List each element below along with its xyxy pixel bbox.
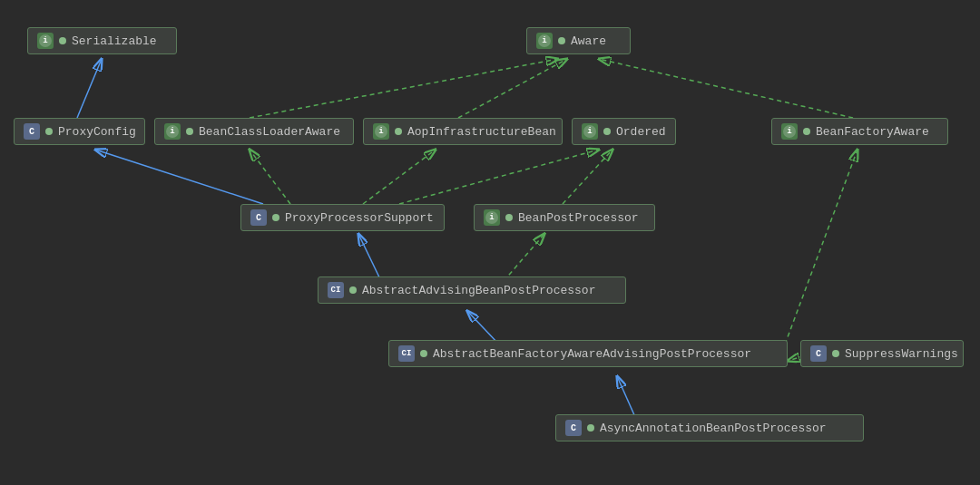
label-beanclassloaderaware: BeanClassLoaderAware <box>199 125 340 139</box>
arrows-svg <box>0 0 980 485</box>
svg-line-13 <box>504 234 544 281</box>
svg-line-9 <box>363 150 436 204</box>
badge-beanclassloaderaware: i <box>164 123 181 140</box>
dot-proxyprocessorsupport <box>272 214 279 221</box>
svg-line-12 <box>358 234 381 281</box>
svg-line-5 <box>458 59 567 118</box>
badge-abstractbeanfactoryawareadvisingpostprocessor: CI <box>398 345 415 362</box>
dot-abstractadvisingbeanpostprocessor <box>349 286 357 294</box>
badge-abstractadvisingbeanpostprocessor: CI <box>328 282 344 298</box>
svg-line-17 <box>617 376 635 417</box>
node-abstractbeanfactoryawareadvisingpostprocessor[interactable]: CI AbstractBeanFactoryAwareAdvisingPostP… <box>388 340 788 367</box>
label-beanpostprocessor: BeanPostProcessor <box>518 211 639 225</box>
node-aware[interactable]: i Aware <box>526 27 631 54</box>
svg-line-7 <box>95 150 263 204</box>
svg-line-8 <box>250 150 290 204</box>
badge-ordered: i <box>582 123 598 140</box>
badge-proxyconfig: C <box>24 123 40 140</box>
svg-line-3 <box>77 59 102 118</box>
node-proxyconfig[interactable]: C ProxyConfig <box>14 118 145 145</box>
node-serializable[interactable]: i Serializable <box>27 27 177 54</box>
badge-suppresswarnings: C <box>810 345 827 362</box>
badge-asyncannotationbeanpostprocessor: C <box>565 420 582 436</box>
node-beanpostprocessor[interactable]: i BeanPostProcessor <box>474 204 655 231</box>
label-proxyconfig: ProxyConfig <box>58 125 136 139</box>
node-aopinfrastructurebean[interactable]: i AopInfrastructureBean <box>363 118 563 145</box>
node-ordered[interactable]: i Ordered <box>572 118 676 145</box>
label-ordered: Ordered <box>616 125 666 139</box>
label-abstractadvisingbeanpostprocessor: AbstractAdvisingBeanPostProcessor <box>362 284 595 297</box>
label-aopinfrastructurebean: AopInfrastructureBean <box>407 125 556 139</box>
svg-line-4 <box>250 59 558 118</box>
badge-aopinfrastructurebean: i <box>373 123 389 140</box>
node-beanfactoryaware[interactable]: i BeanFactoryAware <box>771 118 948 145</box>
svg-line-11 <box>563 150 612 204</box>
label-aware: Aware <box>571 34 606 48</box>
svg-line-10 <box>399 150 599 204</box>
class-diagram: i Serializable i Aware C ProxyConfig i B… <box>0 0 980 485</box>
dot-beanfactoryaware <box>803 128 810 135</box>
label-beanfactoryaware: BeanFactoryAware <box>816 125 929 139</box>
label-asyncannotationbeanpostprocessor: AsyncAnnotationBeanPostProcessor <box>600 422 827 435</box>
dot-serializable <box>59 37 66 44</box>
node-beanclassloaderaware[interactable]: i BeanClassLoaderAware <box>154 118 354 145</box>
badge-beanfactoryaware: i <box>781 123 798 140</box>
badge-proxyprocessorsupport: C <box>250 209 267 226</box>
dot-beanpostprocessor <box>505 214 513 221</box>
dot-abstractbeanfactoryawareadvisingpostprocessor <box>420 350 427 357</box>
badge-beanpostprocessor: i <box>484 209 500 226</box>
node-proxyprocessorsupport[interactable]: C ProxyProcessorSupport <box>240 204 445 231</box>
label-abstractbeanfactoryawareadvisingpostprocessor: AbstractBeanFactoryAwareAdvisingPostProc… <box>433 347 751 361</box>
dot-beanclassloaderaware <box>186 128 193 135</box>
label-suppresswarnings: SuppressWarnings <box>845 347 958 361</box>
node-asyncannotationbeanpostprocessor[interactable]: C AsyncAnnotationBeanPostProcessor <box>555 414 864 441</box>
dot-asyncannotationbeanpostprocessor <box>587 424 594 432</box>
dot-aopinfrastructurebean <box>395 128 402 135</box>
node-abstractadvisingbeanpostprocessor[interactable]: CI AbstractAdvisingBeanPostProcessor <box>318 276 626 304</box>
badge-serializable: i <box>37 33 54 49</box>
badge-aware: i <box>536 33 553 49</box>
svg-line-6 <box>599 59 853 118</box>
dot-ordered <box>603 128 611 135</box>
node-suppresswarnings[interactable]: C SuppressWarnings <box>800 340 964 367</box>
dot-suppresswarnings <box>832 350 839 357</box>
dot-aware <box>558 37 565 44</box>
label-serializable: Serializable <box>72 34 157 48</box>
svg-line-15 <box>785 150 858 344</box>
label-proxyprocessorsupport: ProxyProcessorSupport <box>285 211 434 225</box>
dot-proxyconfig <box>45 128 53 135</box>
